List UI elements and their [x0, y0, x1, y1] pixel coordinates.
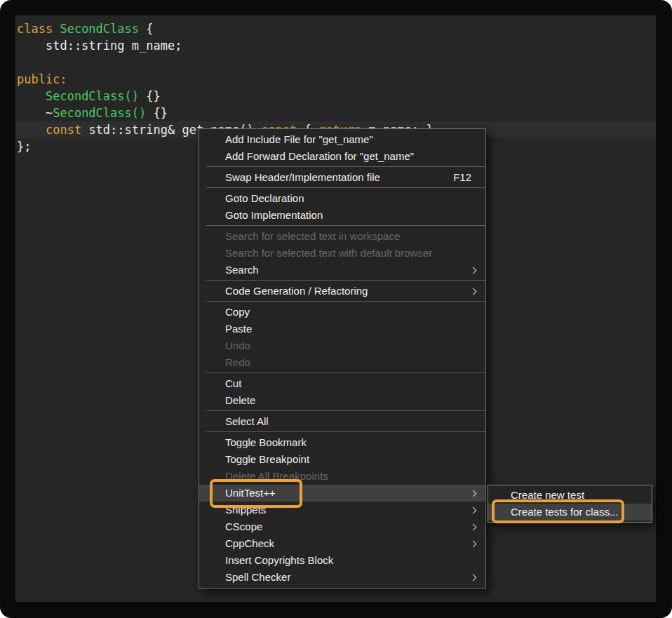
menu-separator	[206, 225, 485, 226]
submenu-arrow-icon	[470, 490, 477, 497]
menu-item-label: UnitTest++	[225, 487, 276, 499]
menu-item-toggle-bookmark[interactable]: Toggle Bookmark	[199, 434, 485, 451]
code-token	[17, 123, 46, 137]
submenu-arrow-icon	[470, 574, 477, 581]
menu-item-label: Insert Copyrights Block	[225, 554, 333, 566]
menu-item-add-forward-declaration-for-get-name[interactable]: Add Forward Declaration for "get_name"	[199, 148, 485, 165]
shortcut-label: F12	[453, 169, 471, 186]
code-line	[15, 54, 656, 71]
menu-item-undo: Undo	[199, 337, 485, 354]
menu-item-goto-implementation[interactable]: Goto Implementation	[199, 207, 485, 224]
menu-item-code-generation-refactoring[interactable]: Code Generation / Refactoring	[199, 283, 485, 300]
menu-item-search[interactable]: Search	[199, 262, 485, 278]
menu-item-snippets[interactable]: Snippets	[199, 502, 485, 518]
menu-item-label: Add Include File for "get_name"	[225, 133, 373, 145]
menu-item-label: Undo	[225, 340, 250, 351]
menu-item-label: Snippets	[225, 504, 266, 516]
code-line: ~SecondClass() {}	[15, 105, 656, 121]
menu-separator	[206, 372, 485, 373]
submenu-arrow-icon	[470, 506, 477, 513]
code-token: SecondClass()	[53, 106, 146, 120]
code-token: public:	[17, 72, 67, 86]
menu-item-insert-copyrights-block[interactable]: Insert Copyrights Block	[199, 552, 485, 569]
code-token: SecondClass	[60, 22, 139, 36]
menu-item-label: Goto Declaration	[225, 192, 304, 204]
menu-item-label: Paste	[225, 323, 252, 335]
menu-item-label: Delete All Breakpoints	[225, 470, 328, 482]
menu-item-label: Code Generation / Refactoring	[225, 285, 368, 297]
menu-item-goto-declaration[interactable]: Goto Declaration	[199, 190, 485, 207]
code-token: ~	[17, 106, 53, 120]
menu-item-unittest[interactable]: UnitTest++	[199, 485, 485, 502]
code-token: };	[17, 140, 31, 154]
menu-item-label: Redo	[225, 356, 250, 368]
code-token: SecondClass()	[46, 89, 139, 103]
submenu-arrow-icon	[470, 288, 477, 295]
menu-item-add-include-file-for-get-name[interactable]: Add Include File for "get_name"	[199, 131, 485, 148]
menu-separator	[206, 410, 485, 411]
menu-item-swap-header-implementation-file[interactable]: Swap Header/Implementation fileF12	[199, 169, 485, 186]
menu-item-cscope[interactable]: CScope	[199, 518, 485, 535]
code-token	[17, 89, 46, 103]
menu-item-label: Toggle Bookmark	[225, 436, 307, 448]
menu-separator	[206, 187, 485, 188]
menu-item-create-tests-for-class[interactable]: Create tests for class...	[488, 504, 652, 520]
menu-item-label: Search for selected text in workspace	[225, 230, 400, 242]
context-menu: Add Include File for "get_name"Add Forwa…	[199, 128, 486, 589]
menu-item-label: Spell Checker	[225, 571, 290, 583]
menu-item-toggle-breakpoint[interactable]: Toggle Breakpoint	[199, 451, 485, 468]
menu-item-search-for-selected-text-with-default-browser: Search for selected text with default br…	[199, 245, 485, 262]
menu-item-label: Cut	[225, 377, 241, 389]
menu-item-label: Select All	[225, 415, 269, 427]
unittest-submenu: Create new testCreate tests for class...	[488, 485, 652, 523]
menu-item-label: CppCheck	[225, 537, 274, 549]
menu-item-cppcheck[interactable]: CppCheck	[199, 535, 485, 552]
menu-separator	[206, 301, 485, 302]
menu-item-label: Search	[225, 264, 259, 276]
window-frame: class SecondClass { std::string m_name; …	[0, 0, 672, 618]
menu-item-label: Delete	[225, 394, 255, 406]
menu-item-delete-all-breakpoints: Delete All Breakpoints	[199, 468, 485, 485]
code-token: std::string m_name;	[17, 39, 182, 53]
menu-item-delete[interactable]: Delete	[199, 392, 485, 409]
menu-separator	[206, 431, 485, 432]
menu-item-search-for-selected-text-in-workspace: Search for selected text in workspace	[199, 228, 485, 245]
submenu-arrow-icon	[470, 267, 477, 274]
menu-item-cut[interactable]: Cut	[199, 375, 485, 392]
menu-item-select-all[interactable]: Select All	[199, 413, 485, 430]
menu-item-label: Search for selected text with default br…	[225, 247, 432, 259]
code-line: SecondClass() {}	[15, 88, 656, 105]
submenu-arrow-icon	[470, 540, 477, 547]
code-line: class SecondClass {	[15, 20, 656, 37]
menu-item-redo: Redo	[199, 354, 485, 371]
menu-item-label: Create new test	[511, 489, 584, 501]
menu-item-paste[interactable]: Paste	[199, 321, 485, 337]
code-token: {}	[146, 106, 168, 120]
code-token: class	[17, 22, 60, 36]
menu-item-label: Goto Implementation	[225, 209, 323, 221]
menu-item-create-new-test[interactable]: Create new test	[488, 487, 652, 504]
menu-item-label: Add Forward Declaration for "get_name"	[225, 150, 414, 162]
code-line: public:	[15, 71, 656, 88]
menu-item-label: Toggle Breakpoint	[225, 453, 309, 465]
menu-item-copy[interactable]: Copy	[199, 304, 485, 321]
code-token: {	[139, 22, 153, 36]
menu-item-spell-checker[interactable]: Spell Checker	[199, 569, 485, 586]
code-token: const	[46, 123, 88, 137]
code-line: std::string m_name;	[15, 37, 656, 54]
menu-item-label: CScope	[225, 520, 262, 532]
menu-item-label: Copy	[225, 306, 250, 318]
submenu-arrow-icon	[470, 523, 477, 530]
menu-separator	[206, 280, 485, 281]
menu-separator	[206, 166, 485, 167]
code-token: {}	[139, 89, 161, 103]
menu-item-label: Create tests for class...	[511, 506, 618, 518]
menu-item-label: Swap Header/Implementation file	[225, 171, 380, 183]
